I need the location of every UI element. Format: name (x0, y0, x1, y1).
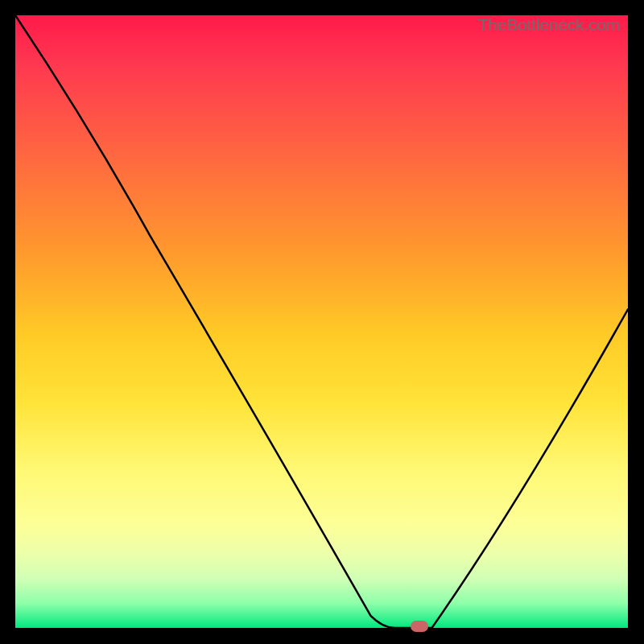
chart-container: TheBottleneck.com (0, 0, 644, 644)
optimum-marker (411, 621, 428, 632)
plot-area: TheBottleneck.com (15, 15, 628, 628)
bottleneck-curve (15, 15, 628, 628)
